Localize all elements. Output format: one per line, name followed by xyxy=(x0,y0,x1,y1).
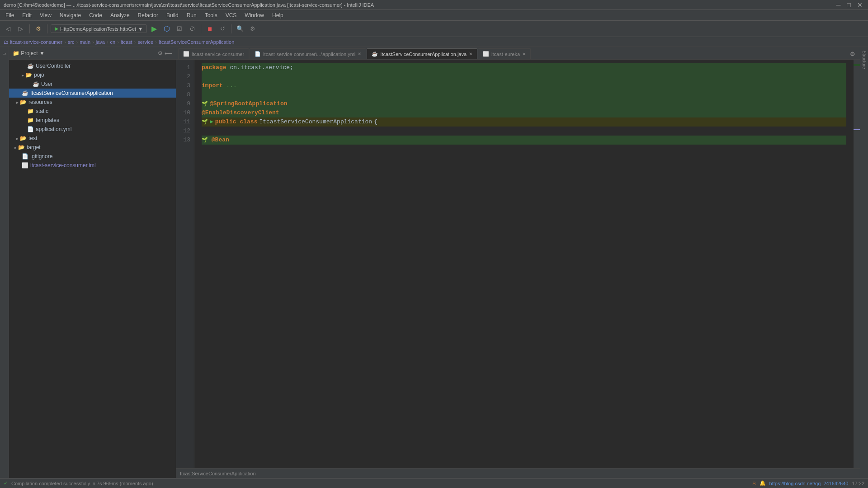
profile-button[interactable]: ⏱ xyxy=(187,23,198,34)
menu-item-analyze[interactable]: Analyze xyxy=(107,11,133,19)
menu-item-file[interactable]: File xyxy=(2,11,18,19)
project-view-toggle[interactable]: 1 xyxy=(0,49,10,60)
line-numbers: 1 2 3 8 9 10 11 12 13 xyxy=(176,60,194,468)
tab-label: itcast-eureka xyxy=(491,52,520,57)
project-panel: 📁 Project ▼ ⚙ ⟵ ☕ UserController ▸ 📂 poj… xyxy=(9,47,176,478)
run-arrow-icon[interactable]: ▶ xyxy=(210,117,213,127)
iml-icon: ⬜ xyxy=(22,162,28,169)
tab-close-icon[interactable]: ✕ xyxy=(522,52,526,56)
tab-main-app[interactable]: ☕ ItcastServiceConsumerApplication.java … xyxy=(367,48,477,59)
tree-item-test[interactable]: ▸ 📂 test xyxy=(9,134,176,143)
editor-scrollbar[interactable] xyxy=(854,60,860,468)
menu-item-help[interactable]: Help xyxy=(269,11,287,19)
breadcrumb-item-5[interactable]: cn xyxy=(110,39,116,45)
run-config-selector[interactable]: ▶ HttpDemoApplicationTests.httpGet ▼ xyxy=(51,24,147,33)
tab-service-consumer[interactable]: ⬜ itcast-service-consumer xyxy=(178,48,249,59)
reload-button[interactable]: ↺ xyxy=(217,23,228,34)
breadcrumb-item-1[interactable]: 🗂 itcast-service-consumer xyxy=(4,39,62,45)
tree-label: pojo xyxy=(34,72,44,78)
right-tab-structure[interactable]: Structure xyxy=(860,49,868,71)
run-config-dropdown-icon: ▼ xyxy=(138,26,143,32)
line-num-7: 11 xyxy=(176,117,190,127)
tree-item-target[interactable]: ▸ 📂 target xyxy=(9,143,176,152)
run-config-label: HttpDemoApplicationTests.httpGet xyxy=(60,26,136,32)
tree-item-app-main[interactable]: ☕ ItcastServiceConsumerApplication xyxy=(9,89,176,98)
tab-label: itcast-service-consumer\...\application.… xyxy=(263,52,355,57)
breadcrumb-item-7[interactable]: service xyxy=(137,39,153,45)
tree-item-user[interactable]: ☕ User xyxy=(9,80,176,89)
breadcrumb-item-4[interactable]: java xyxy=(96,39,105,45)
search-everywhere-btn[interactable]: 🔍 xyxy=(235,23,245,34)
breadcrumb-item-3[interactable]: main xyxy=(80,39,90,45)
menu-item-window[interactable]: Window xyxy=(241,11,268,19)
maximize-btn[interactable]: □ xyxy=(845,1,853,9)
tree-label: static xyxy=(36,108,48,114)
tree-item-static[interactable]: 📁 static xyxy=(9,107,176,116)
menu-item-build[interactable]: Build xyxy=(163,11,182,19)
folder-arrow: ▸ xyxy=(16,100,19,105)
tab-icon: ⬜ xyxy=(483,51,489,57)
menu-item-navigate[interactable]: Navigate xyxy=(56,11,85,19)
tree-label: itcast-service-consumer.iml xyxy=(30,162,96,169)
project-panel-settings-icon[interactable]: ⚙ xyxy=(158,50,163,56)
tree-item-user-controller[interactable]: ☕ UserController xyxy=(9,61,176,70)
coverage-button[interactable]: ☑ xyxy=(174,23,185,34)
tab-eureka[interactable]: ⬜ itcast-eureka ✕ xyxy=(478,48,531,59)
menu-item-vcs[interactable]: VCS xyxy=(222,11,241,19)
editor-settings-btn[interactable]: ⚙ xyxy=(847,48,858,59)
tab-icon: ⬜ xyxy=(183,51,189,57)
tab-label: itcast-service-consumer xyxy=(192,52,244,57)
tab-application-yml[interactable]: 📄 itcast-service-consumer\...\applicatio… xyxy=(250,48,366,59)
tab-close-icon[interactable]: ✕ xyxy=(469,52,472,56)
yaml-icon: 📄 xyxy=(27,126,34,132)
menu-item-refactor[interactable]: Refactor xyxy=(134,11,162,19)
run-button[interactable]: ▶ xyxy=(149,23,160,34)
project-panel-header: 📁 Project ▼ ⚙ ⟵ xyxy=(9,47,176,60)
menu-item-run[interactable]: Run xyxy=(183,11,200,19)
right-tool-tabs: Structure xyxy=(860,47,868,478)
code-content[interactable]: package cn.itcast.service; import ... 🌱 … xyxy=(194,60,854,468)
breadcrumb-item-2[interactable]: src xyxy=(68,39,75,45)
status-time: 17:22 xyxy=(852,481,864,486)
toolbar-sep-4 xyxy=(231,24,231,33)
close-btn[interactable]: ✕ xyxy=(855,1,864,9)
tree-item-gitignore[interactable]: 📄 .gitignore xyxy=(9,152,176,161)
tab-close-icon[interactable]: ✕ xyxy=(358,52,361,56)
tree-item-templates[interactable]: 📁 templates xyxy=(9,116,176,125)
status-url[interactable]: https://blog.csdn.net/qq_241642640 xyxy=(769,481,849,486)
menu-item-code[interactable]: Code xyxy=(85,11,106,19)
tree-item-iml[interactable]: ⬜ itcast-service-consumer.iml xyxy=(9,161,176,170)
bottom-breadcrumb-text: ItcastServiceConsumerApplication xyxy=(180,471,256,476)
code-line-8 xyxy=(202,90,846,99)
breadcrumb-item-6[interactable]: itcast xyxy=(121,39,132,45)
debug-button[interactable]: ⬡ xyxy=(161,23,172,34)
run-class-icon: 🌱 xyxy=(202,117,208,127)
folder-icon: 📁 xyxy=(27,108,34,114)
toolbar-nav-forward[interactable]: ▷ xyxy=(15,23,26,34)
status-bar: ✓ Compilation completed successfully in … xyxy=(0,478,868,488)
code-line-13: 🌱 @Bean xyxy=(202,136,846,145)
menu-item-tools[interactable]: Tools xyxy=(201,11,221,19)
title-text: demo [C:\hm49\code\demo] — ...\itcast-se… xyxy=(4,2,374,8)
line-num-8: 12 xyxy=(176,127,190,136)
breadcrumb-item-8[interactable]: ItcastServiceConsumerApplication xyxy=(159,39,235,45)
tree-item-pojo-folder[interactable]: ▸ 📂 pojo xyxy=(9,70,176,80)
folder-icon: 📂 xyxy=(20,135,27,141)
menu-item-view[interactable]: View xyxy=(36,11,55,19)
tree-item-application-yml[interactable]: 📄 application.yml xyxy=(9,125,176,134)
toolbar: ◁ ▷ ⚙ ▶ HttpDemoApplicationTests.httpGet… xyxy=(0,21,868,37)
stop-button[interactable]: ■ xyxy=(204,23,215,34)
tab-icon: 📄 xyxy=(255,51,261,57)
tree-item-resources[interactable]: ▸ 📂 resources xyxy=(9,98,176,107)
toolbar-nav-back[interactable]: ◁ xyxy=(3,23,14,34)
folder-arrow: ▸ xyxy=(22,73,24,78)
settings-btn[interactable]: ⚙ xyxy=(247,23,258,34)
tab-label: ItcastServiceConsumerApplication.java xyxy=(380,52,467,57)
menu-item-edit[interactable]: Edit xyxy=(19,11,35,19)
minimize-btn[interactable]: ─ xyxy=(835,1,843,9)
project-panel-title: 📁 Project ▼ xyxy=(13,50,45,56)
toolbar-sep-3 xyxy=(201,24,201,33)
title-bar: demo [C:\hm49\code\demo] — ...\itcast-se… xyxy=(0,0,868,10)
project-panel-expand-icon[interactable]: ⟵ xyxy=(165,50,172,56)
toolbar-build[interactable]: ⚙ xyxy=(33,23,44,34)
